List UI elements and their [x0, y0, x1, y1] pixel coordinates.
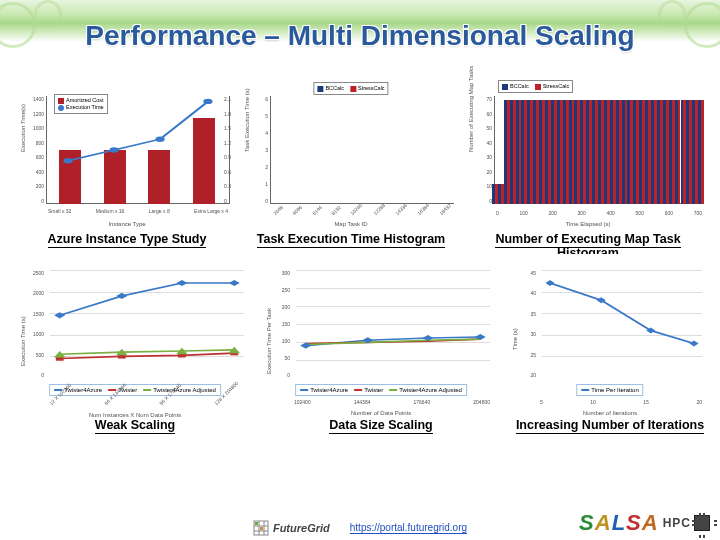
- y-ticks: 7060 5040 3020 100: [472, 96, 492, 204]
- chart-caption: Azure Instance Type Study: [48, 232, 207, 248]
- chart-task-exec-histogram: BCCalc StressCalc 65 43 21 0 Task Execut…: [242, 76, 460, 260]
- futuregrid-logo: FutureGrid: [253, 520, 330, 536]
- chart-weak-scaling: 25002000 15001000 5000 Twister4Azure Twi…: [18, 254, 252, 432]
- x-axis-label: Map Task ID: [242, 221, 460, 227]
- chart-caption: Data Size Scaling: [329, 418, 433, 434]
- portal-link[interactable]: https://portal.futuregrid.org: [350, 522, 467, 534]
- salsa-hpc-logo: SALSA HPC: [579, 510, 710, 536]
- svg-rect-20: [545, 280, 554, 286]
- svg-rect-30: [260, 527, 263, 530]
- svg-rect-4: [54, 312, 65, 318]
- x-axis-label: Instance Type: [18, 221, 236, 227]
- svg-point-1: [109, 147, 118, 152]
- y-ticks: 300250 200150 10050 0: [270, 270, 290, 378]
- y-ticks: 65 43 21 0: [248, 96, 268, 204]
- legend-label: BCCalc: [325, 85, 344, 92]
- legend-label: StressCalc: [543, 83, 570, 90]
- y-axis-label: Time (s): [512, 328, 518, 350]
- svg-rect-7: [229, 280, 240, 286]
- grid-icon: [253, 520, 269, 536]
- svg-rect-5: [116, 293, 127, 299]
- y-axis-label: Task Execution Time (s): [244, 88, 250, 152]
- svg-point-0: [63, 158, 72, 163]
- svg-rect-6: [176, 280, 187, 286]
- y-axis-label: Execution Time Per Task: [266, 308, 272, 374]
- x-axis-label: Number of Iterations: [510, 410, 710, 416]
- svg-rect-29: [255, 522, 258, 525]
- logo-text: FutureGrid: [273, 522, 330, 534]
- chart-legend: Time Per Iteration: [576, 384, 643, 396]
- charts-row-1: Amortized Cost Execution Time 14001200 1…: [18, 76, 710, 260]
- chart-data-size-scaling: 300250 200150 10050 0 Twister4Azure Twis…: [264, 254, 498, 432]
- charts-row-2: 25002000 15001000 5000 Twister4Azure Twi…: [18, 254, 710, 432]
- y-ticks: 4540 3530 2520: [516, 270, 536, 378]
- svg-rect-23: [689, 340, 698, 346]
- svg-point-2: [155, 137, 164, 142]
- x-axis-label: Number of Data Points: [264, 410, 498, 416]
- y-ticks: 25002000 15001000 5000: [24, 270, 44, 378]
- chart-caption: Task Execution Time Histogram: [257, 232, 445, 248]
- chart-legend: Twister4Azure Twister Twister4Azure Adju…: [295, 384, 467, 396]
- y-axis-label: Execution Time (s): [20, 316, 26, 366]
- chart-caption: Increasing Number of Iterations: [516, 418, 704, 434]
- x-axis-label: Time Elapsed (s): [466, 221, 710, 227]
- y-axis-label: Number of Executing Map Tasks: [468, 66, 474, 152]
- y-axis-label: Execution Time(s): [20, 104, 26, 152]
- chip-icon: [694, 515, 710, 531]
- legend-label: BCCalc: [510, 83, 529, 90]
- chart-caption: Weak Scaling: [95, 418, 175, 434]
- chart-executing-map-histogram: BCCalc StressCalc 7060 5040 3020 100 Num…: [466, 76, 710, 260]
- chart-legend: Twister4Azure Twister Twister4Azure Adju…: [49, 384, 221, 396]
- slide-title: Performance – Multi Dimensional Scaling: [0, 20, 720, 52]
- x-axis-label: Num Instances X Num Data Points: [18, 412, 252, 418]
- y-ticks: 14001200 1000800 600400 2000: [24, 96, 44, 204]
- chart-azure-instance: Amortized Cost Execution Time 14001200 1…: [18, 76, 236, 260]
- svg-point-3: [203, 99, 212, 104]
- chart-iterations: 4540 3530 2520 Time Per Iteration Time (…: [510, 254, 710, 432]
- legend-label: StressCalc: [358, 85, 385, 92]
